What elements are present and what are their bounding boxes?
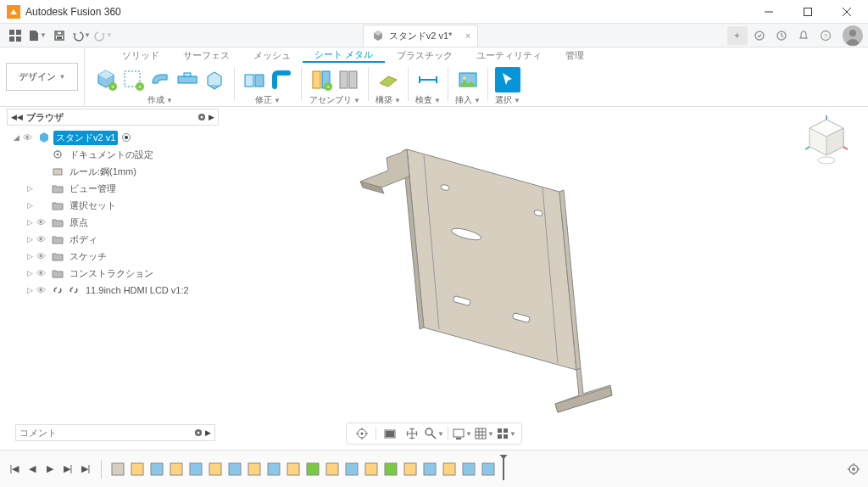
visibility-toggle[interactable]: 👁 [36,251,48,261]
timeline-start-button[interactable]: |◀ [7,462,22,477]
save-button[interactable] [49,26,70,45]
ribbon-tab-solid[interactable]: ソリッド [110,49,171,62]
display-settings-button[interactable]: ▼ [452,424,472,443]
timeline-feature[interactable] [187,461,204,478]
timeline-feature[interactable] [207,461,224,478]
browser-settings-icon[interactable] [197,112,207,122]
notifications-button[interactable] [793,26,814,45]
insert-button[interactable] [455,67,481,92]
timeline-feature[interactable] [226,461,243,478]
timeline-feature[interactable] [246,461,263,478]
orbit-button[interactable] [352,424,372,443]
tree-root[interactable]: ◢ 👁 スタンドv2 v1 [12,129,219,146]
zoom-button[interactable]: ▼ [424,424,444,443]
bend-button[interactable] [269,67,294,92]
extrude-button[interactable] [202,67,227,92]
visibility-toggle[interactable]: 👁 [36,285,48,295]
measure-button[interactable] [415,67,441,92]
visibility-toggle[interactable]: 👁 [36,268,48,278]
timeline-feature[interactable] [460,461,477,478]
timeline-settings-button[interactable] [846,462,861,477]
timeline-marker[interactable] [503,458,504,480]
timeline-feature[interactable] [285,461,302,478]
data-panel-button[interactable] [5,26,25,45]
select-button[interactable] [495,67,520,92]
job-status-button[interactable] [771,26,792,45]
document-tab[interactable]: スタンドv2 v1* × [363,25,479,47]
timeline-feature[interactable] [148,461,165,478]
timeline-feature[interactable] [265,461,282,478]
ribbon-tab-sheetmetal[interactable]: シート メタル [303,48,385,63]
redo-button[interactable]: ▼ [93,26,114,45]
timeline-feature[interactable] [168,461,185,478]
tab-close-icon[interactable]: × [465,31,470,41]
ribbon-tab-plastic[interactable]: プラスチック [385,49,465,62]
comment-expand-icon[interactable]: ▶ [205,428,211,437]
timeline-feature[interactable] [304,461,321,478]
construct-plane-button[interactable] [376,67,401,92]
minimize-button[interactable] [749,0,788,24]
timeline-feature[interactable] [402,461,419,478]
timeline-feature[interactable] [129,461,146,478]
timeline-play-button[interactable]: ▶ [42,462,58,477]
tree-item[interactable]: ▷👁スケッチ [12,248,219,265]
tree-item[interactable]: ▷👁ボディ [12,231,219,248]
user-avatar[interactable] [843,25,863,46]
comment-panel[interactable]: コメント ▶ [15,424,215,441]
timeline-forward-button[interactable]: ▶| [60,462,75,477]
modify-group-label[interactable]: 修正▼ [255,94,281,106]
timeline-feature[interactable] [324,461,341,478]
viewport-button[interactable]: ▼ [496,424,516,443]
unfold-button[interactable] [242,67,267,92]
tree-item[interactable]: ルール:鋼(1mm) [12,163,219,180]
ribbon-tab-utility[interactable]: ユーティリティ [465,49,554,62]
timeline-feature[interactable] [421,461,438,478]
tree-item[interactable]: ▷👁原点 [12,214,219,231]
create-group-label[interactable]: 作成▼ [147,94,173,106]
tree-item[interactable]: ▷選択セット [12,197,219,214]
timeline-feature[interactable] [480,461,497,478]
browser-header[interactable]: ◀◀ ブラウザ ▶ [7,109,219,126]
inspect-group-label[interactable]: 検査▼ [415,94,441,106]
extensions-button[interactable] [749,26,770,45]
timeline-back-button[interactable]: ◀ [25,462,40,477]
workspace-switcher[interactable]: デザイン▼ [6,63,79,91]
file-menu-button[interactable]: ▼ [27,26,47,45]
construct-group-label[interactable]: 構築▼ [376,94,401,106]
comment-settings-icon[interactable] [193,428,203,438]
create-flat-button[interactable] [175,67,200,92]
tree-item[interactable]: ドキュメントの設定 [12,146,219,163]
assemble-group-label[interactable]: アセンブリ▼ [309,94,360,106]
flange-button[interactable] [147,67,173,92]
pan-button[interactable] [402,424,422,443]
viewcube[interactable] [805,115,848,158]
select-group-label[interactable]: 選択▼ [495,94,520,106]
help-button[interactable]: ? [815,26,836,45]
ribbon-tab-mesh[interactable]: メッシュ [242,49,303,62]
undo-button[interactable]: ▼ [71,26,92,45]
tree-item[interactable]: ▷👁コンストラクション [12,265,219,282]
as-built-joint-button[interactable] [336,67,361,92]
timeline-feature[interactable] [109,461,126,478]
visibility-toggle[interactable]: 👁 [23,132,35,143]
new-component-button[interactable]: + [93,67,119,92]
look-at-button[interactable] [380,424,400,443]
timeline-end-button[interactable]: ▶| [78,462,93,477]
ribbon-tab-surface[interactable]: サーフェス [171,49,242,62]
timeline-feature[interactable] [363,461,380,478]
tree-item[interactable]: ▷ビュー管理 [12,180,219,197]
visibility-toggle[interactable]: 👁 [36,234,48,244]
joint-button[interactable]: + [309,67,334,92]
create-sketch-button[interactable]: + [120,67,146,92]
browser-collapse-icon[interactable]: ▶ [209,113,214,121]
timeline-feature[interactable] [441,461,458,478]
activate-radio[interactable] [122,133,131,142]
close-button[interactable] [827,0,866,24]
grid-settings-button[interactable]: ▼ [474,424,494,443]
ribbon-tab-manage[interactable]: 管理 [554,49,596,62]
maximize-button[interactable] [788,0,827,24]
timeline-feature[interactable] [382,461,399,478]
new-tab-button[interactable]: ＋ [727,26,748,45]
tree-item[interactable]: ▷👁11.9inch HDMI LCD v1:2 [12,282,219,299]
timeline-feature[interactable] [343,461,360,478]
